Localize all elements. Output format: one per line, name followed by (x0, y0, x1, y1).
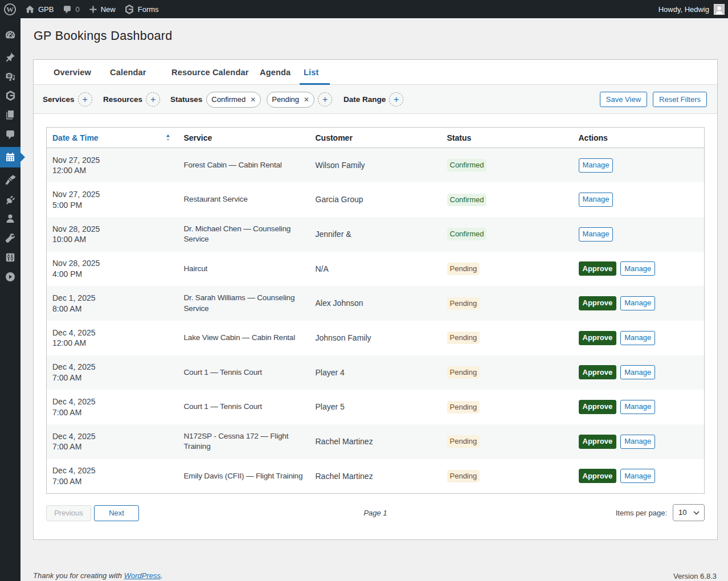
svg-text:W: W (6, 5, 14, 14)
